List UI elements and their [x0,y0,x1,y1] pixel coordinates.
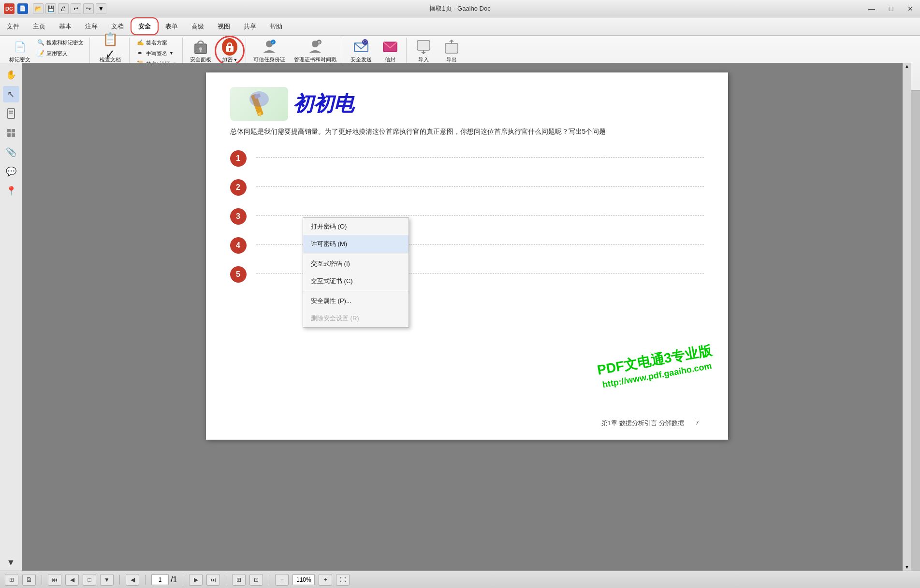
page-footer: 第1章 数据分析引言 分解数据 7 [601,419,699,428]
svg-rect-21 [445,43,458,53]
zoom-input[interactable] [292,574,315,585]
grid-tool[interactable] [3,125,19,141]
security-panel-button[interactable]: 安全面板 [188,38,214,65]
export-icon [444,39,459,55]
ctx-separator-1 [303,254,409,254]
status-separator-6 [269,575,269,585]
scroll-down-arrow[interactable]: ▼ [904,564,910,571]
bookmark-tool[interactable] [3,105,19,122]
page-option-button[interactable]: ▼ [100,574,114,586]
search-mark-icon: 🔍 [37,39,44,46]
handwrite-sign-button[interactable]: ✒ 手写签名 ▼ [134,48,178,58]
check-document-button[interactable]: 📋✓ 检查文档 [97,38,123,65]
item-number-2: 2 [230,179,247,196]
next-page-button[interactable]: ▶ [189,574,203,586]
print-button[interactable]: 🖨 [58,3,69,14]
next-page-far-button[interactable]: ⏭ [206,574,220,586]
minimize-button[interactable]: — [862,0,881,17]
apply-cipher-icon: 📝 [37,49,44,57]
more-button[interactable]: ▼ [96,3,106,14]
app-icon-doc: 📄 [17,3,28,14]
envelope-icon [382,39,398,55]
menu-file[interactable]: 文件 [0,17,26,35]
ctx-interactive-cert[interactable]: 交互式证书 (C) [303,272,409,290]
sign-method-icon: ✍ [136,39,144,46]
svg-marker-20 [421,52,426,54]
menu-help[interactable]: 帮助 [263,17,289,35]
ctx-permit-password[interactable]: 许可密码 (M) [303,235,409,253]
location-tool[interactable]: 📍 [3,183,19,199]
menu-share[interactable]: 共享 [237,17,263,35]
save-button[interactable]: 💾 [45,3,56,14]
close-button[interactable]: ✕ [901,0,920,17]
fit-button[interactable]: ⊡ [249,574,263,586]
status-bar: ⊞ 🖺 ⏮ ◀ □ ▼ ◀ /1 ▶ ⏭ ⊞ ⊡ − + ⛶ [0,571,920,588]
menu-form[interactable]: 表单 [159,17,185,35]
scroll-up-arrow[interactable]: ▲ [904,63,910,70]
copy-button[interactable]: ⊞ [232,574,246,586]
search-mark-button[interactable]: 🔍 搜索和标记密文 [35,38,86,47]
list-item: 5 [230,263,704,283]
envelope-button[interactable]: 信封 [378,38,402,65]
apply-cipher-button[interactable]: 📝 应用密文 [35,48,86,58]
scroll-down-button[interactable]: ▼ [3,554,19,571]
prev-page-far-button[interactable]: ⏮ [48,574,61,586]
svg-marker-23 [449,40,454,42]
ctx-remove-security[interactable]: 删除安全设置 (R) [303,310,409,327]
mark-cipher-button[interactable]: 📄 标记密文 [7,38,33,65]
attachment-tool[interactable]: 📎 [3,144,19,160]
comment-tool[interactable]: 💬 [3,163,19,180]
hand-tool[interactable]: ✋ [3,67,19,83]
restore-button[interactable]: □ [881,0,901,17]
zoom-in-button[interactable]: + [319,574,332,586]
menu-advanced[interactable]: 高级 [185,17,211,35]
zoom-out-button[interactable]: − [275,574,289,586]
svg-rect-27 [7,129,11,132]
status-btn-2[interactable]: 🖺 [22,574,36,586]
svg-rect-3 [200,50,202,52]
svg-rect-18 [417,41,430,50]
sign-method-button[interactable]: ✍ 签名方案 [134,38,178,47]
security-panel-icon [193,39,208,55]
import-button[interactable]: 导入 [411,38,436,65]
menu-view[interactable]: 视图 [211,17,237,35]
ctx-interactive-password[interactable]: 交互式密码 (I) [303,255,409,272]
export-button[interactable]: 导出 [439,38,464,65]
encrypt-icon [222,39,237,55]
status-separator-5 [226,575,226,585]
dotted-line-3 [256,215,704,215]
app-icons: DC 📄 [0,3,28,14]
square-button[interactable]: □ [83,574,96,586]
status-btn-1[interactable]: ⊞ [5,574,18,586]
window-controls: — □ ✕ [862,0,920,17]
secure-send-button[interactable]: 🛡 安全发送 [348,38,374,65]
list-item: 4 [230,234,704,254]
ctx-separator-2 [303,291,409,291]
open-button[interactable]: 📂 [33,3,44,14]
menu-security[interactable]: 安全 [131,17,159,35]
manage-cert-button[interactable]: ⚙ 管理证书和时间戳 [292,38,339,65]
header-title: 初初电 [293,90,354,117]
dotted-line-2 [256,186,704,186]
secure-send-icon: 🛡 [353,39,369,55]
vertical-scrollbar[interactable]: ▲ ▼ [903,63,911,571]
main-content-area: 初初电 总体问题是我们需要提高销量。为了更好地摸清这位首席执行官的真正意图，你想… [22,63,911,571]
window-title: 摆取1页 - Gaaiho Doc [429,4,490,13]
status-separator-1 [42,575,42,585]
fullscreen-button[interactable]: ⛶ [336,574,350,586]
select-tool[interactable]: ↖ [3,86,19,102]
page-number-input[interactable] [151,574,169,585]
trusted-id-button[interactable]: ✓ 可信任身份证 [251,38,288,65]
check-document-icon: 📋✓ [102,39,118,55]
menu-home[interactable]: 主页 [26,17,52,35]
menu-note[interactable]: 注释 [78,17,104,35]
ctx-open-password[interactable]: 打开密码 (O) [303,218,409,235]
prev-page-button[interactable]: ◀ [65,574,79,586]
redo-button[interactable]: ↪ [83,3,94,14]
back-button[interactable]: ◀ [126,574,139,586]
menu-basic[interactable]: 基本 [52,17,78,35]
pencil-image [230,87,288,121]
encrypt-button[interactable]: 加密 ▼ [218,38,242,65]
ctx-security-props[interactable]: 安全属性 (P)... [303,292,409,310]
undo-button[interactable]: ↩ [71,3,81,14]
